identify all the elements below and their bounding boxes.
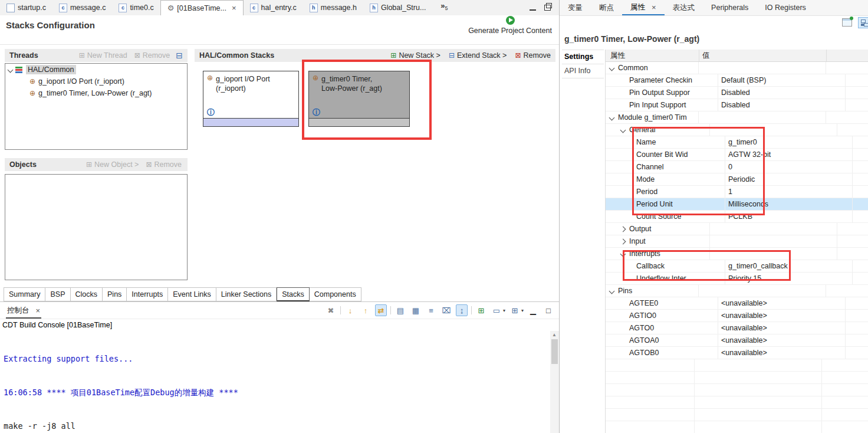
editor-tab-hal-entry-c[interactable]: c hal_entry.c: [244, 0, 303, 15]
extend-stack-button[interactable]: ⊟ Extend Stack >: [449, 51, 507, 60]
show-tree-icon[interactable]: [858, 17, 868, 28]
tab-io-registers[interactable]: IO Registers: [757, 0, 814, 15]
chevron-down-icon[interactable]: [620, 127, 626, 133]
save-log-icon[interactable]: ▤: [394, 304, 406, 316]
close-icon[interactable]: ×: [232, 4, 236, 12]
tab-console[interactable]: 控制台 ×: [6, 303, 41, 319]
prop-row-period[interactable]: Period 1: [606, 186, 868, 198]
close-icon[interactable]: ×: [652, 3, 656, 12]
prop-row-period-unit-selected[interactable]: Period Unit Milliseconds: [606, 198, 868, 211]
prop-row-mode[interactable]: Mode Periodic: [606, 173, 868, 186]
prop-row-pin-input-support[interactable]: Pin Input Support Disabled: [606, 99, 868, 111]
chevron-right-icon[interactable]: [620, 226, 626, 232]
tab-event-links[interactable]: Event Links: [168, 287, 216, 301]
chevron-down-icon[interactable]: [620, 251, 626, 257]
lock-console-icon[interactable]: ▦: [410, 304, 422, 316]
prop-row-agtee0[interactable]: AGTEE0 <unavailable>: [606, 297, 868, 310]
prop-row-agto0[interactable]: AGTO0 <unavailable>: [606, 322, 868, 334]
chevron-right-icon[interactable]: [620, 238, 626, 244]
generate-project-content-button[interactable]: Generate Project Content: [463, 16, 557, 35]
tab-overflow-chevron[interactable]: » 5: [432, 0, 448, 15]
chevron-down-icon[interactable]: [8, 67, 14, 73]
tab-settings[interactable]: Settings: [562, 50, 604, 64]
prop-row-interrupts[interactable]: Interrupts: [606, 248, 868, 260]
tab-stacks[interactable]: Stacks: [277, 287, 310, 301]
remove-stack-button[interactable]: ⊠ Remove: [515, 51, 555, 60]
prop-row-agtoa0[interactable]: AGTOA0 <unavailable>: [606, 334, 868, 347]
prop-row-input[interactable]: Input: [606, 235, 868, 248]
word-wrap-icon[interactable]: ≡: [425, 304, 437, 316]
editor-tab-time0-c[interactable]: c time0.c: [112, 0, 160, 15]
tab-breakpoints[interactable]: 断点: [591, 0, 622, 15]
chevron-down-icon[interactable]: [609, 114, 615, 120]
tab-variables[interactable]: 变量: [560, 0, 591, 15]
editor-tab-message-h[interactable]: h message.h: [303, 0, 363, 15]
editor-tab-01basetime-active[interactable]: ⚙ [01BaseTime... ×: [160, 0, 244, 16]
tree-item-g-ioport[interactable]: ⊕ g_ioport I/O Port (r_ioport): [5, 76, 187, 87]
clear-console-icon[interactable]: ⌧: [440, 304, 452, 316]
prop-row-agtob0[interactable]: AGTOB0 <unavailable>: [606, 347, 868, 359]
tab-summary[interactable]: Summary: [4, 287, 45, 301]
tab-api-info[interactable]: API Info: [562, 64, 604, 78]
tab-peripherals[interactable]: Peripherals: [703, 0, 757, 15]
prop-row-callback[interactable]: Callback g_timer0_callback: [606, 260, 868, 273]
tab-bsp[interactable]: BSP: [45, 287, 70, 301]
scroll-lock-icon[interactable]: ↨: [456, 304, 468, 316]
open-console-dropdown-icon[interactable]: ▾: [521, 308, 524, 313]
display-console-icon[interactable]: ▭: [491, 304, 502, 316]
scroll-up-icon[interactable]: ▲: [552, 332, 557, 337]
remove-object-button[interactable]: ⊠ Remove: [146, 160, 188, 169]
prop-row-general[interactable]: General: [606, 124, 868, 136]
next-error-icon[interactable]: ↓: [344, 304, 356, 316]
tab-expressions[interactable]: 表达式: [665, 0, 703, 15]
prop-row-channel[interactable]: Channel 0: [606, 161, 868, 173]
console-scrollbar[interactable]: ▲: [550, 331, 559, 433]
sync-editor-icon[interactable]: ⇄: [375, 304, 387, 316]
stack-card-g-ioport[interactable]: ⊕ g_ioport I/O Port (r_ioport) ⓘ: [203, 71, 299, 127]
minimize-view-icon[interactable]: [530, 5, 536, 11]
prop-row-output[interactable]: Output: [606, 223, 868, 235]
prop-row-underflow-interrupt[interactable]: Underflow Inter Priority 15: [606, 273, 868, 285]
tab-pins[interactable]: Pins: [103, 287, 127, 301]
tab-interrupts[interactable]: Interrupts: [127, 287, 168, 301]
prop-row-common[interactable]: Common: [606, 62, 868, 74]
restore-view-icon[interactable]: [544, 5, 551, 11]
prop-row-parameter-checking[interactable]: Parameter Checkin Default (BSP): [606, 74, 868, 87]
prop-row-counter-bit-width[interactable]: Counter Bit Wid AGTW 32-bit: [606, 149, 868, 161]
new-stack-button[interactable]: ⊞ New Stack >: [390, 51, 440, 60]
pin-view-icon[interactable]: [842, 18, 852, 27]
tab-properties[interactable]: 属性 ×: [622, 0, 665, 15]
tab-clocks[interactable]: Clocks: [71, 287, 103, 301]
maximize-icon[interactable]: □: [542, 304, 554, 316]
prop-row-pin-output-support[interactable]: Pin Output Suppor Disabled: [606, 87, 868, 99]
chevron-down-icon[interactable]: [609, 65, 615, 71]
terminate-icon[interactable]: ✖: [325, 304, 337, 316]
tree-item-hal-common[interactable]: HAL/Common: [5, 64, 187, 76]
prop-row-name[interactable]: Name g_timer0: [606, 136, 868, 149]
tree-item-g-timer0[interactable]: ⊕ g_timer0 Timer, Low-Power (r_agt): [5, 87, 187, 99]
previous-error-icon[interactable]: ↑: [360, 304, 371, 316]
scrollbar-thumb[interactable]: [551, 339, 558, 364]
pin-console-icon[interactable]: ⊞: [475, 304, 487, 316]
minimize-icon[interactable]: ▁: [527, 304, 539, 316]
close-icon[interactable]: ×: [36, 306, 41, 315]
tab-components[interactable]: Components: [310, 287, 361, 301]
open-console-icon[interactable]: ⊞: [509, 304, 521, 316]
info-icon[interactable]: ⓘ: [207, 109, 215, 116]
display-console-dropdown-icon[interactable]: ▾: [503, 308, 505, 313]
stack-card-g-timer0-selected[interactable]: ⊕ g_timer0 Timer, Low-Power (r_agt) ⓘ: [308, 71, 410, 127]
editor-tab-message-c[interactable]: c message.c: [52, 0, 112, 15]
info-icon[interactable]: ⓘ: [313, 109, 320, 116]
collapse-all-icon[interactable]: ⊟: [176, 51, 188, 60]
prop-row-agtio0[interactable]: AGTIO0 <unavailable>: [606, 310, 868, 322]
remove-thread-button[interactable]: ⊠ Remove: [134, 51, 170, 60]
editor-tab-global-stru[interactable]: h Global_Stru...: [363, 0, 432, 15]
editor-tab-startup-c[interactable]: startup.c: [0, 0, 52, 15]
tab-linker-sections[interactable]: Linker Sections: [216, 287, 277, 301]
new-object-button[interactable]: ⊞ New Object >: [86, 160, 139, 169]
objects-list[interactable]: [5, 174, 188, 280]
chevron-down-icon[interactable]: [609, 288, 615, 294]
prop-row-pins[interactable]: Pins: [606, 285, 868, 297]
new-thread-button[interactable]: ⊞ New Thread: [79, 51, 127, 60]
prop-row-count-source[interactable]: Count Source PCLKB: [606, 211, 868, 223]
